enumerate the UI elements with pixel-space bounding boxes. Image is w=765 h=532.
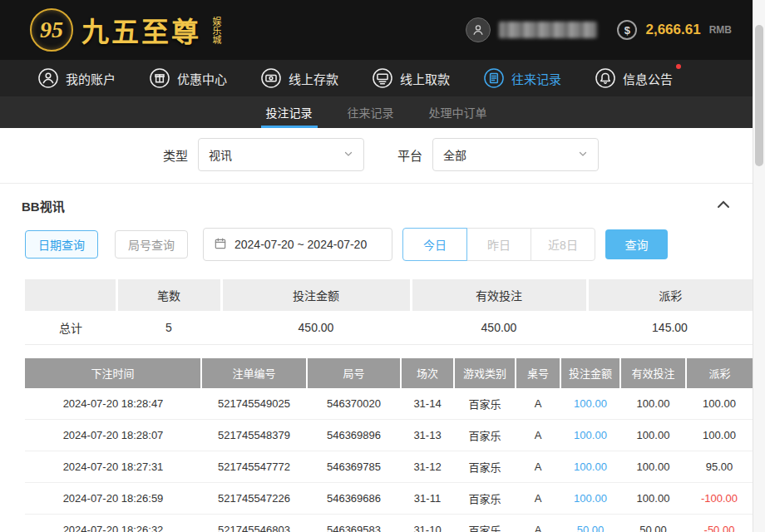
header-bet-id: 注单编号 [201, 358, 307, 388]
table-no-cell: A [516, 515, 560, 532]
table-no-cell: A [516, 388, 560, 420]
table-row: 2024-07-20 18:26:59 521745547226 5463696… [25, 483, 753, 515]
session-cell: 31-11 [401, 483, 454, 515]
nav-item-withdraw[interactable]: 线上取款 [372, 67, 450, 89]
bet-amount-link[interactable]: 100.00 [560, 420, 620, 451]
bet-amount-link[interactable]: 50.00 [560, 515, 620, 532]
bet-detail-table: 下注时间 注单编号 局号 场次 游戏类别 桌号 投注金额 有效投注 派彩 202… [25, 358, 753, 532]
currency-coin-icon: $ [617, 20, 637, 40]
summary-header-payout: 派彩 [587, 279, 753, 311]
valid-bet-cell: 100.00 [620, 420, 686, 451]
nav-label: 往来记录 [511, 70, 561, 87]
game-type-cell: 百家乐 [454, 388, 516, 420]
nav-item-records[interactable]: 往来记录 [483, 67, 561, 89]
game-type-cell: 百家乐 [454, 420, 516, 451]
tab-bet-records[interactable]: 投注记录 [261, 96, 318, 128]
nav-item-promotions[interactable]: 优惠中心 [149, 67, 227, 89]
today-button[interactable]: 今日 [402, 228, 467, 261]
search-button[interactable]: 查询 [605, 229, 668, 259]
tab-processing-orders[interactable]: 处理中订单 [424, 96, 492, 128]
total-valid-bet-cell: 450.00 [411, 311, 587, 344]
round-no-cell: 546370020 [307, 388, 401, 420]
bet-amount-link[interactable]: 100.00 [560, 388, 620, 420]
table-no-cell: A [516, 483, 560, 515]
query-controls: 日期查询 局号查询 2024-07-20 ~ 2024-07-20 今日 昨日 … [0, 226, 753, 278]
scrollbar-thumb[interactable] [755, 25, 763, 166]
site-title: 九五至尊 [81, 10, 201, 50]
username-masked [499, 22, 597, 38]
nav-label: 信息公告 [623, 70, 673, 87]
payout-cell: -100.00 [686, 483, 753, 515]
type-select-value: 视讯 [209, 146, 232, 163]
bet-id-cell: 521745546803 [201, 515, 307, 532]
total-count-cell: 5 [116, 311, 221, 344]
collapse-section-button[interactable] [716, 199, 731, 214]
header-bet-amount: 投注金额 [560, 358, 620, 388]
table-row: 2024-07-20 18:26:32 521745546803 5463695… [25, 515, 753, 532]
filter-row: 类型 视讯 平台 全部 [0, 128, 753, 184]
date-range-value: 2024-07-20 ~ 2024-07-20 [234, 238, 367, 251]
round-no-cell: 546369896 [307, 420, 401, 451]
payout-cell: -50.00 [686, 515, 753, 532]
last-8-days-button[interactable]: 近8日 [531, 228, 595, 261]
site-subtitle: 娱乐城 [211, 17, 221, 44]
chevron-down-icon [578, 148, 588, 161]
top-bar: 95 九五至尊 娱乐城 $ 2,666.61 RMB [0, 0, 753, 60]
table-no-cell: A [516, 420, 560, 451]
platform-select[interactable]: 全部 [432, 138, 599, 171]
game-type-cell: 百家乐 [454, 515, 516, 532]
nav-label: 优惠中心 [177, 70, 227, 87]
user-icon [37, 67, 59, 89]
payout-cell: 95.00 [686, 451, 753, 483]
nav-label: 我的账户 [66, 70, 116, 87]
main-nav: 我的账户 优惠中心 线上存款 [0, 60, 753, 96]
bet-amount-link[interactable]: 100.00 [560, 451, 620, 483]
nav-item-my-account[interactable]: 我的账户 [37, 67, 116, 89]
detail-header-row: 下注时间 注单编号 局号 场次 游戏类别 桌号 投注金额 有效投注 派彩 [25, 358, 753, 388]
chevron-up-icon [716, 199, 731, 214]
gift-icon [149, 67, 170, 89]
header-valid-bet: 有效投注 [620, 358, 686, 388]
summary-header-count: 笔数 [116, 279, 221, 311]
header-round-no: 局号 [307, 358, 401, 388]
type-select[interactable]: 视讯 [198, 138, 364, 171]
round-query-button[interactable]: 局号查询 [115, 230, 188, 259]
total-label-cell: 总计 [25, 311, 116, 344]
game-type-cell: 百家乐 [454, 451, 516, 483]
bet-id-cell: 521745548379 [201, 420, 307, 451]
bet-time-cell: 2024-07-20 18:26:59 [25, 483, 201, 515]
round-no-cell: 546369686 [307, 483, 401, 515]
bet-id-cell: 521745549025 [201, 388, 307, 420]
withdraw-icon [372, 67, 393, 89]
bet-amount-link[interactable]: 100.00 [560, 483, 620, 515]
nav-item-announcements[interactable]: 信息公告 [595, 67, 673, 89]
bet-time-cell: 2024-07-20 18:28:07 [25, 420, 201, 451]
bet-time-cell: 2024-07-20 18:27:31 [25, 451, 201, 483]
table-row: 2024-07-20 18:27:31 521745547772 5463697… [25, 451, 753, 483]
site-logo[interactable]: 95 九五至尊 娱乐城 [30, 8, 221, 52]
session-cell: 31-14 [401, 388, 454, 420]
summary-header-bet-amount: 投注金额 [221, 279, 411, 311]
tab-transaction-records[interactable]: 往来记录 [343, 96, 399, 128]
page-scrollbar[interactable] [753, 0, 765, 532]
detail-table-head: 下注时间 注单编号 局号 场次 游戏类别 桌号 投注金额 有效投注 派彩 [25, 358, 753, 388]
bell-icon [595, 67, 616, 89]
deposit-icon [260, 67, 282, 89]
user-avatar-icon[interactable] [466, 17, 491, 42]
date-query-button[interactable]: 日期查询 [25, 230, 98, 259]
summary-total-row: 总计 5 450.00 450.00 145.00 [25, 311, 753, 344]
summary-header-blank [25, 279, 116, 311]
section-header: BB视讯 [0, 184, 753, 226]
calendar-icon [214, 237, 227, 253]
nav-item-deposit[interactable]: 线上存款 [260, 67, 338, 89]
total-bet-amount-cell: 450.00 [221, 311, 411, 344]
payout-cell: 100.00 [686, 388, 753, 420]
bet-id-cell: 521745547226 [201, 483, 307, 515]
yesterday-button[interactable]: 昨日 [466, 228, 531, 261]
header-payout: 派彩 [686, 358, 753, 388]
total-payout-cell: 145.00 [587, 311, 753, 344]
page: 95 九五至尊 娱乐城 $ 2,666.61 RMB [0, 0, 765, 532]
session-cell: 31-12 [401, 451, 454, 483]
date-range-input[interactable]: 2024-07-20 ~ 2024-07-20 [203, 228, 392, 261]
payout-cell: 100.00 [686, 420, 753, 451]
